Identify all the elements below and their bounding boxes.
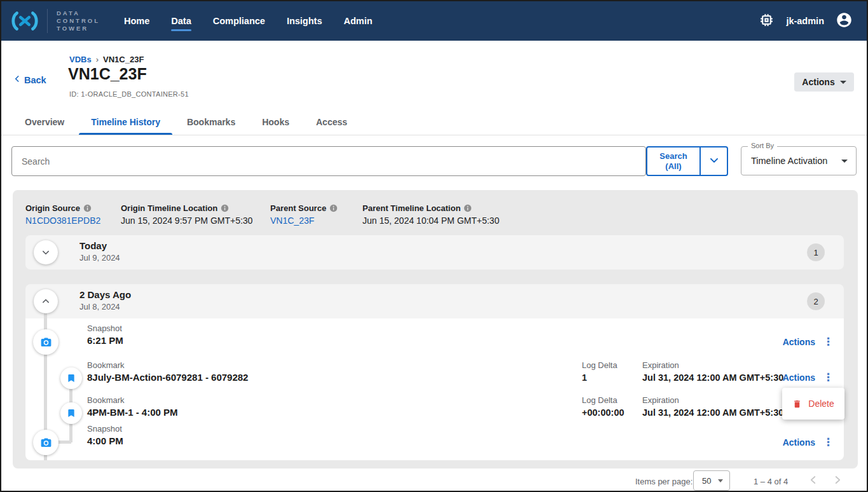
- expiration-value: Jul 31, 2024 12:00 AM GMT+5:30: [642, 371, 783, 384]
- parent-timeline-value: Jun 15, 2024 10:04 PM GMT+5:30: [362, 215, 499, 226]
- row-kind: Snapshot: [87, 323, 123, 334]
- group-today-expand-button[interactable]: [34, 240, 58, 264]
- group-today-count-badge: 1: [807, 243, 825, 261]
- breadcrumb-vdbs-link[interactable]: VDBs: [69, 55, 92, 64]
- snapshot-camera-icon: [33, 329, 59, 355]
- page-range-label: 1 – 4 of 4: [754, 477, 788, 486]
- kebab-menu-icon: ⋮: [823, 336, 834, 347]
- origin-source-label: Origin Source: [25, 203, 80, 213]
- timeline-row-snapshot: Snapshot 6:21 PM: [87, 323, 123, 347]
- bookmark-icon: [60, 402, 82, 424]
- delphix-logo-icon: [10, 11, 39, 31]
- origin-source-link[interactable]: N1CDO381EPDB2: [25, 215, 100, 226]
- tab-bookmarks[interactable]: Bookmarks: [174, 109, 249, 135]
- log-delta-label: Log Delta: [582, 395, 624, 406]
- nav-data[interactable]: Data: [171, 12, 191, 30]
- nav-admin[interactable]: Admin: [343, 12, 372, 30]
- vdb-actions-button[interactable]: Actions: [794, 72, 854, 92]
- actions-label: Actions: [783, 437, 815, 448]
- expiration-field: Expiration Jul 31, 2024 12:00 AM GMT+5:3…: [642, 395, 783, 419]
- group-title: Today: [79, 240, 107, 251]
- breadcrumb-current: VN1C_23F: [103, 55, 144, 64]
- snapshot-actions-button[interactable]: Actions ⋮: [783, 336, 834, 347]
- tab-access[interactable]: Access: [303, 109, 361, 135]
- app-title-line: CONTROL: [57, 17, 100, 25]
- actions-label: Actions: [783, 337, 815, 347]
- snapshot-actions-button[interactable]: Actions ⋮: [783, 437, 834, 448]
- parent-timeline-label-row: Parent Timeline Location: [362, 203, 499, 213]
- search-button[interactable]: Search (All): [646, 146, 728, 176]
- origin-timeline-field: Origin Timeline Location Jun 15, 2024 9:…: [121, 203, 252, 226]
- timeline-panel: Origin Source N1CDO381EPDB2 Origin Timel…: [13, 190, 858, 468]
- parent-source-link[interactable]: VN1C_23F: [270, 215, 338, 226]
- timeline-group-2daysago: 2 Days Ago Jul 8, 2024: [25, 284, 844, 318]
- row-name: 8July-BM-Action-6079281 - 6079282: [87, 371, 248, 384]
- sort-by-select[interactable]: Sort By Timeline Activation: [741, 146, 857, 175]
- chevron-down-icon: [708, 154, 720, 168]
- timeline-row-bookmark: Bookmark 4PM-BM-1 - 4:00 PM: [87, 395, 178, 419]
- trash-icon: [792, 399, 802, 409]
- expiration-field: Expiration Jul 31, 2024 12:00 AM GMT+5:3…: [642, 360, 783, 384]
- nav-insights[interactable]: Insights: [287, 12, 322, 30]
- log-delta-value: +00:00:00: [582, 406, 624, 419]
- row-name: 4PM-BM-1 - 4:00 PM: [87, 406, 178, 419]
- log-delta-field: Log Delta 1: [582, 360, 617, 384]
- parent-source-label-row: Parent Source: [270, 203, 338, 213]
- account-circle-icon[interactable]: [836, 11, 853, 31]
- tab-hooks[interactable]: Hooks: [249, 109, 303, 135]
- sort-by-value: Timeline Activation: [751, 156, 827, 166]
- info-icon: [83, 204, 92, 212]
- timeline-row-bookmark: Bookmark 8July-BM-Action-6079281 - 60792…: [87, 360, 248, 384]
- row-kind: Bookmark: [87, 395, 178, 406]
- search-dropdown-toggle[interactable]: [701, 147, 727, 175]
- previous-page-icon[interactable]: [806, 473, 820, 489]
- actions-context-menu-delete[interactable]: Delete: [782, 388, 844, 420]
- search-button-label: Search (All): [647, 147, 701, 175]
- nav-compliance[interactable]: Compliance: [213, 12, 265, 30]
- origin-source-field: Origin Source N1CDO381EPDB2: [25, 203, 100, 226]
- log-delta-label: Log Delta: [582, 360, 617, 371]
- group-title: 2 Days Ago: [79, 289, 131, 300]
- bookmark-actions-button[interactable]: Actions ⋮: [783, 372, 834, 383]
- parent-source-field: Parent Source VN1C_23F: [270, 203, 338, 226]
- caret-down-icon: [840, 81, 846, 84]
- snapshot-camera-icon: [33, 430, 59, 455]
- sort-by-label: Sort By: [748, 142, 777, 149]
- back-button[interactable]: Back: [13, 74, 46, 85]
- vdb-actions-label: Actions: [802, 77, 834, 87]
- vdb-id-label: ID: 1-ORACLE_DB_CONTAINER-51: [69, 90, 189, 98]
- username-label: jk-admin: [786, 16, 824, 26]
- tab-timeline-history[interactable]: Timeline History: [78, 109, 174, 135]
- origin-timeline-value: Jun 15, 2024 9:57 PM GMT+5:30: [121, 215, 252, 226]
- top-navbar: DATA CONTROL TOWER Home Data Compliance …: [1, 1, 867, 41]
- info-icon: [464, 204, 472, 212]
- app-title-line: DATA: [57, 10, 100, 17]
- actions-label: Actions: [783, 372, 815, 383]
- caret-down-icon: [718, 479, 723, 482]
- navbar-right: jk-admin: [759, 11, 853, 31]
- row-kind: Bookmark: [87, 360, 248, 371]
- group-date: Jul 9, 2024: [79, 253, 120, 263]
- info-icon: [221, 204, 229, 212]
- bookmark-icon: [60, 367, 82, 389]
- next-page-icon[interactable]: [830, 473, 844, 489]
- timeline-group-today: Today Jul 9, 2024: [25, 235, 844, 270]
- page-title: VN1C_23F: [68, 65, 147, 83]
- group-date: Jul 8, 2024: [79, 302, 120, 311]
- search-button-line1: Search: [659, 151, 687, 161]
- parent-timeline-field: Parent Timeline Location Jun 15, 2024 10…: [362, 203, 499, 226]
- tab-overview[interactable]: Overview: [11, 109, 78, 135]
- back-label: Back: [24, 75, 46, 85]
- search-input[interactable]: [11, 146, 646, 176]
- expiration-label: Expiration: [642, 360, 783, 371]
- main-nav: Home Data Compliance Insights Admin: [124, 12, 373, 30]
- log-delta-field: Log Delta +00:00:00: [582, 395, 624, 419]
- items-per-page-select[interactable]: 50: [693, 470, 730, 491]
- group-2daysago-collapse-button[interactable]: [34, 289, 58, 313]
- expiration-value: Jul 31, 2024 12:00 AM GMT+5:30: [642, 406, 783, 419]
- tab-bar: Overview Timeline History Bookmarks Hook…: [1, 109, 867, 135]
- chevron-left-icon: [13, 74, 22, 85]
- api-chip-icon[interactable]: [759, 12, 775, 31]
- nav-home[interactable]: Home: [124, 12, 149, 30]
- kebab-menu-icon: ⋮: [823, 437, 834, 448]
